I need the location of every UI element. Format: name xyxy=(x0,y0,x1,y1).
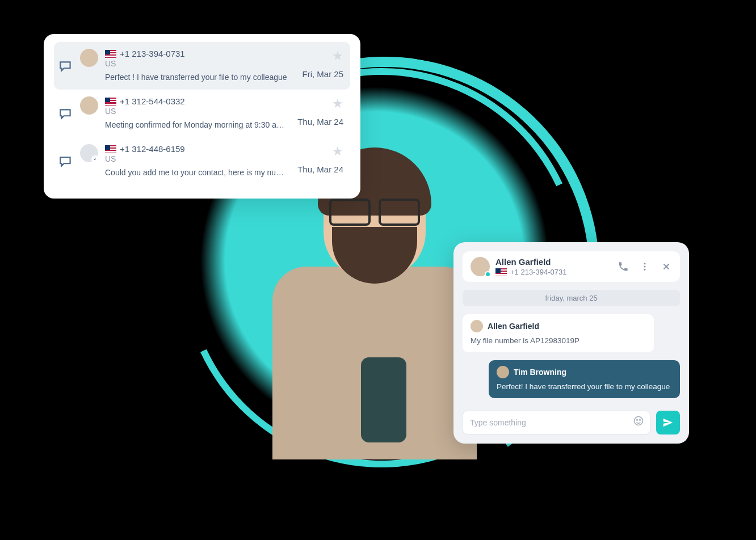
contact-name: Allen Garfield xyxy=(495,257,612,267)
phone-number: +1 312-448-6159 xyxy=(120,144,185,154)
presence-indicator xyxy=(485,271,491,277)
country-label: US xyxy=(105,107,286,116)
avatar xyxy=(471,257,490,276)
svg-point-4 xyxy=(637,420,638,421)
message-reply-icon xyxy=(58,59,73,74)
conversation-item[interactable]: +1 312-544-0332 US Meeting confirmed for… xyxy=(54,90,350,137)
message-preview: Could you add me to your contact, here i… xyxy=(105,168,286,177)
country-label: US xyxy=(105,154,286,163)
chat-header: Allen Garfield +1 213-394-0731 xyxy=(463,251,680,282)
conversation-list-card: +1 213-394-0731 US Perfect ! I have tran… xyxy=(44,34,360,199)
star-icon[interactable]: ★ xyxy=(297,96,343,111)
flag-us-icon xyxy=(105,50,116,58)
flag-us-icon xyxy=(105,145,116,153)
avatar-add-contact xyxy=(80,144,98,162)
conversation-date: Thu, Mar 24 xyxy=(297,164,343,174)
send-button[interactable] xyxy=(656,411,680,434)
sender-name: Allen Garfield xyxy=(488,322,539,331)
svg-point-3 xyxy=(635,417,643,425)
star-icon[interactable]: ★ xyxy=(302,49,343,64)
avatar xyxy=(497,366,509,378)
conversation-date: Thu, Mar 24 xyxy=(297,117,343,126)
close-button[interactable] xyxy=(661,261,672,272)
conversation-item[interactable]: +1 312-448-6159 US Could you add me to y… xyxy=(54,137,350,185)
message-bubble-outgoing: Tim Browning Perfect! I have transferred… xyxy=(489,360,680,398)
message-bubble-incoming: Allen Garfield My file number is AP12983… xyxy=(463,314,654,352)
star-icon[interactable]: ★ xyxy=(297,144,343,159)
message-preview: Meeting confirmed for Monday morning at … xyxy=(105,120,286,129)
phone-number: +1 213-394-0731 xyxy=(120,49,185,58)
conversation-date: Fri, Mar 25 xyxy=(302,69,343,79)
svg-point-1 xyxy=(644,266,646,268)
compose-input[interactable] xyxy=(470,418,633,427)
country-label: US xyxy=(105,59,291,68)
message-preview: Perfect ! I have transferred your file t… xyxy=(105,73,291,82)
phone-number: +1 312-544-0332 xyxy=(120,96,185,106)
sender-name: Tim Browning xyxy=(514,368,566,377)
compose-area xyxy=(463,411,680,434)
chat-widget: Allen Garfield +1 213-394-0731 friday, m… xyxy=(453,242,689,444)
svg-point-5 xyxy=(640,420,641,421)
flag-us-icon xyxy=(105,98,116,106)
flag-us-icon xyxy=(495,268,507,276)
avatar xyxy=(471,320,483,332)
emoji-button[interactable] xyxy=(633,415,644,429)
message-reply-icon xyxy=(58,154,73,169)
message-text: My file number is AP12983019P xyxy=(471,336,646,347)
svg-point-2 xyxy=(644,269,646,271)
avatar xyxy=(80,49,98,67)
message-text: Perfect! I have transferred your file to… xyxy=(497,382,672,393)
conversation-item[interactable]: +1 213-394-0731 US Perfect ! I have tran… xyxy=(54,42,350,90)
message-reply-icon xyxy=(58,107,73,121)
avatar xyxy=(80,96,98,115)
contact-phone: +1 213-394-0731 xyxy=(510,268,566,276)
svg-point-0 xyxy=(644,263,646,264)
call-button[interactable] xyxy=(618,261,629,272)
menu-button[interactable] xyxy=(639,261,650,272)
date-separator: friday, march 25 xyxy=(463,290,680,306)
